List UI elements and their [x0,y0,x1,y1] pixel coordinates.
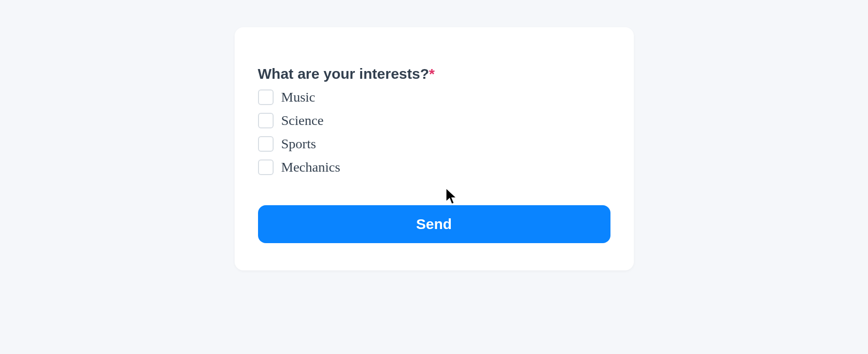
send-button[interactable]: Send [258,205,610,243]
option-mechanics[interactable]: Mechanics [258,159,610,175]
checkbox-music[interactable] [258,89,274,105]
option-sports[interactable]: Sports [258,136,610,152]
option-science[interactable]: Science [258,113,610,128]
option-label-science: Science [281,113,324,128]
option-label-mechanics: Mechanics [281,159,340,175]
option-label-music: Music [281,89,315,105]
question-text: What are your interests? [258,66,429,82]
question-label: What are your interests?* [258,65,610,83]
required-asterisk: * [429,66,435,82]
checkbox-science[interactable] [258,113,274,128]
option-label-sports: Sports [281,136,316,152]
option-music[interactable]: Music [258,89,610,105]
options-group: Music Science Sports Mechanics [258,89,610,175]
checkbox-sports[interactable] [258,136,274,152]
checkbox-mechanics[interactable] [258,159,274,175]
form-card: What are your interests?* Music Science … [235,27,634,270]
